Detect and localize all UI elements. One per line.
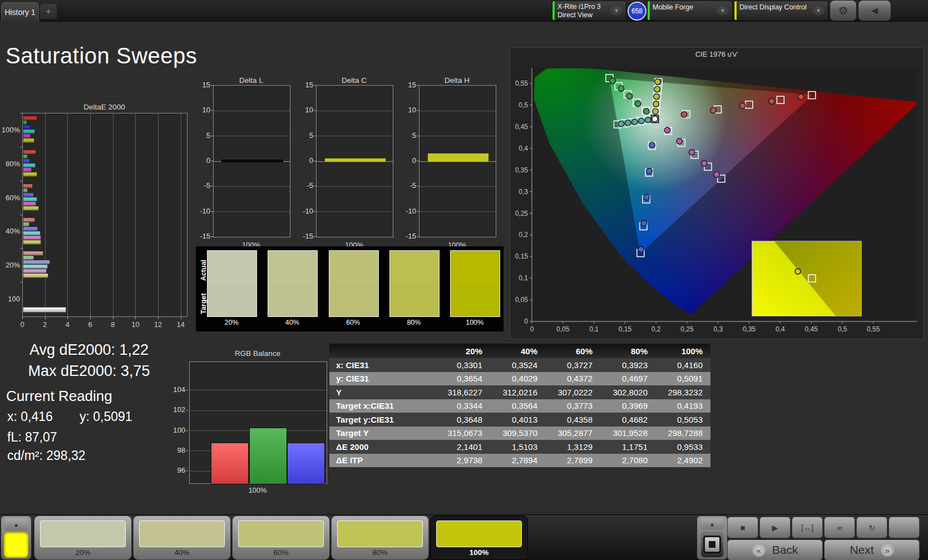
plot-area — [213, 85, 290, 237]
table-row: ΔE 20002,14011,51031,31291,17510,9533 — [329, 440, 710, 454]
y-tick — [314, 186, 316, 186]
swatch-label: 60% — [329, 319, 378, 326]
y-tick-label: 0 — [196, 156, 210, 165]
gridline — [317, 211, 393, 212]
swatch-label: 40% — [268, 319, 317, 326]
pattern-label: 20% — [34, 548, 131, 557]
actual-target-swatch-panel: ActualTarget20%40%60%80%100% — [196, 246, 504, 331]
cell: 2,7899 — [545, 454, 593, 468]
refresh-button[interactable]: ↻ — [857, 517, 887, 538]
y-tick-label: -5 — [299, 181, 313, 190]
y-tick — [314, 161, 316, 161]
cell: 0,3564 — [490, 399, 537, 413]
y-tick-label: -10 — [299, 207, 313, 215]
svg-text:0,3: 0,3 — [519, 188, 528, 196]
settings-button[interactable]: ⚙ — [830, 1, 856, 21]
back-button[interactable]: «Back — [728, 540, 822, 560]
gridline — [214, 186, 290, 187]
y-tick-label: 0 — [299, 156, 313, 165]
svg-text:0,05: 0,05 — [515, 296, 529, 304]
y-tick-label: 10 — [299, 106, 313, 114]
x-tick-label: 6 — [82, 320, 98, 329]
cell: 2,1401 — [435, 440, 482, 454]
svg-text:0,25: 0,25 — [680, 325, 694, 333]
current-pattern-swatch[interactable] — [4, 533, 28, 557]
table-row: Y318,6227312,0216307,0222302,8020298,323… — [329, 385, 710, 399]
tab-label: History 1 — [4, 8, 35, 17]
source-dropdown[interactable]: Mobile Forge ▼ — [648, 1, 732, 20]
add-tab-button[interactable]: + — [40, 4, 57, 19]
y-tick — [20, 147, 22, 147]
x-tick-label: 4 — [59, 320, 76, 329]
svg-text:0,55: 0,55 — [515, 80, 529, 87]
pattern-swatch — [436, 521, 522, 547]
row-label: Y — [336, 385, 435, 399]
chart-title: Delta H — [419, 76, 495, 85]
cell: 1,5103 — [490, 440, 537, 454]
pattern-label: 100% — [431, 548, 527, 557]
cell: 0,4193 — [655, 399, 703, 413]
y-tick-label: -10 — [402, 207, 416, 215]
stop-button[interactable]: ■ — [728, 517, 758, 538]
cell: 302,8020 — [600, 385, 648, 399]
svg-text:0,05: 0,05 — [556, 325, 570, 333]
y-tick-label: 5 — [402, 131, 416, 140]
tab-history-1[interactable]: History 1 — [1, 2, 39, 22]
delta-c-chart: Delta C151050-5-10-15100% — [299, 76, 394, 250]
table-row: Target y:CIE310,36480,40130,43580,46820,… — [329, 413, 710, 427]
gridline — [317, 111, 393, 111]
pattern-button-40%[interactable]: 40% — [134, 516, 230, 559]
meter-dropdown[interactable]: X-Rite i1Pro 3 Direct View ▼ — [552, 1, 626, 20]
y-tick — [314, 110, 316, 111]
reading-x: x: 0,416 — [7, 409, 53, 424]
measured-green — [626, 93, 632, 99]
svg-text:0,45: 0,45 — [805, 325, 818, 333]
y-tick — [417, 186, 419, 186]
pattern-label: 40% — [134, 548, 230, 557]
back-label: Back — [772, 543, 798, 557]
chevron-down-icon: ▼ — [812, 6, 825, 16]
blank-button[interactable] — [889, 517, 919, 538]
y-tick-label: -15 — [196, 232, 210, 240]
swatch-actual — [208, 251, 256, 284]
cie-1976-diagram: CIE 1976 u'v'000,050,050,10,10,150,150,2… — [510, 47, 924, 339]
y-tick — [314, 211, 316, 212]
pattern-button-100%[interactable]: 100% — [431, 516, 527, 559]
pattern-button-20%[interactable]: 20% — [34, 516, 131, 559]
cie-svg: CIE 1976 u'v'000,050,050,10,10,150,150,2… — [510, 47, 924, 339]
pattern-button-60%[interactable]: 60% — [233, 516, 329, 559]
y-tick — [211, 110, 213, 111]
measurement-count-badge[interactable]: 658 — [628, 2, 646, 21]
display-control-dropdown[interactable]: Direct Display Control ▼ — [734, 1, 828, 20]
avg-de2000-value: 1,22 — [120, 341, 149, 358]
reading-y: y: 0,5091 — [80, 409, 132, 424]
window-position-button[interactable] — [701, 532, 723, 557]
cell: 0,5053 — [655, 413, 703, 427]
bar-40%-5 — [23, 240, 41, 245]
svg-text:0,1: 0,1 — [519, 274, 528, 282]
gridline — [181, 113, 181, 316]
next-chevron-icon: » — [881, 543, 894, 557]
frame-button[interactable]: [↔] — [792, 517, 822, 538]
col-header-40%: 40% — [490, 344, 537, 358]
window-up-button[interactable]: ▲ — [701, 518, 723, 529]
pattern-button-80%[interactable]: 80% — [332, 516, 428, 559]
measured-blue — [638, 246, 644, 252]
measured-green — [635, 101, 640, 106]
gridline — [190, 410, 327, 411]
cell: 0,9533 — [655, 440, 703, 454]
row-label-target: Target — [200, 281, 208, 326]
plot-area — [419, 85, 496, 237]
x-tick — [22, 316, 23, 319]
pattern-up-button[interactable]: ▲ — [5, 518, 27, 531]
reading-y-value: 0,5091 — [93, 409, 132, 424]
collapse-panel-button[interactable]: ◀ — [858, 1, 891, 21]
cell: 1,3129 — [545, 440, 593, 454]
loop-button[interactable]: ∞ — [825, 517, 855, 538]
pattern-swatch — [238, 521, 324, 547]
cell: 0,3923 — [600, 358, 648, 372]
cell: 318,6227 — [435, 385, 482, 399]
play-button[interactable]: ▶ — [760, 517, 790, 538]
y-tick-label: 15 — [402, 81, 416, 89]
next-button[interactable]: Next» — [825, 540, 919, 560]
